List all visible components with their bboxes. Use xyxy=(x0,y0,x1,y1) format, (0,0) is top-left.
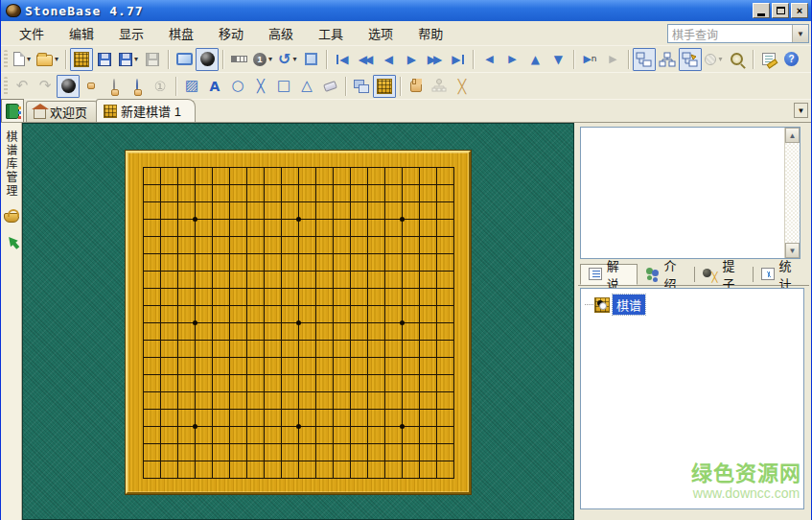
chevron-down-icon: ▾ xyxy=(718,55,722,63)
edit-board-button[interactable] xyxy=(70,48,93,71)
undo-button[interactable]: ↶ xyxy=(11,75,34,98)
library-manager-vertical-label[interactable]: 棋谱库管理 xyxy=(3,130,19,198)
tree-panel-button[interactable] xyxy=(633,48,656,71)
place-white-tool[interactable] xyxy=(103,75,126,98)
number-label-tool[interactable]: ① xyxy=(149,75,172,98)
menu-board[interactable]: 棋盘 xyxy=(156,20,206,46)
separator xyxy=(168,50,169,69)
menu-advanced[interactable]: 高级 xyxy=(256,20,306,46)
help-button[interactable]: ? xyxy=(780,48,803,71)
move-numbers-button[interactable]: 1▾ xyxy=(250,48,275,71)
tab-commentary[interactable]: 解说 xyxy=(580,264,638,285)
place-black-tool[interactable] xyxy=(80,75,103,98)
scroll-up-button[interactable]: ▲ xyxy=(785,128,800,143)
tab-introduction[interactable]: 介绍 xyxy=(638,264,694,285)
trial-stone-tool[interactable] xyxy=(126,75,149,98)
tab-statistics[interactable]: 统计 xyxy=(754,264,809,285)
back-button[interactable]: ◀ xyxy=(377,48,400,71)
tab-captures[interactable]: 提子 xyxy=(695,264,753,285)
open-folder-icon xyxy=(36,55,53,66)
play-n-moves-button[interactable]: ▶n xyxy=(578,48,601,71)
library-manager-button[interactable] xyxy=(1,99,24,122)
copy-marks-button[interactable] xyxy=(350,75,373,98)
go-first-button[interactable]: ◀ xyxy=(331,48,354,71)
save-image-icon xyxy=(146,53,159,66)
triangle-mark-tool[interactable]: △ xyxy=(295,75,318,98)
square-mark-tool[interactable]: □ xyxy=(272,75,295,98)
show-marks-button[interactable] xyxy=(373,75,396,98)
pass-button[interactable] xyxy=(405,75,428,98)
maximize-button[interactable] xyxy=(772,3,789,18)
menu-file[interactable]: 文件 xyxy=(7,20,57,46)
comment-box[interactable]: ▲ ▼ xyxy=(580,127,800,259)
toolbar-grip[interactable] xyxy=(4,77,8,96)
people-icon xyxy=(645,268,659,280)
menu-edit[interactable]: 编辑 xyxy=(57,20,106,46)
new-record-button[interactable]: ▾ xyxy=(11,48,34,71)
menu-move[interactable]: 移动 xyxy=(206,20,256,46)
erase-mark-tool[interactable] xyxy=(318,75,341,98)
stone-sound-button[interactable] xyxy=(196,48,219,71)
menu-display[interactable]: 显示 xyxy=(106,20,156,46)
coordinates-button[interactable] xyxy=(227,48,250,71)
tab-new-record[interactable]: 新建棋谱 1 xyxy=(96,99,196,122)
player-search-dropdown-button[interactable]: ▼ xyxy=(792,25,808,42)
menu-tools[interactable]: 工具 xyxy=(306,20,356,46)
toolbar-grip[interactable] xyxy=(4,50,8,69)
board-zone-button[interactable] xyxy=(299,48,322,71)
fast-back-button[interactable]: ◀◀ xyxy=(354,48,377,71)
tab-welcome[interactable]: 欢迎页 xyxy=(26,101,102,122)
auto-play-button[interactable]: ▶ xyxy=(601,48,624,71)
fullscreen-button[interactable] xyxy=(173,48,196,71)
fast-forward-button[interactable]: ▶▶ xyxy=(423,48,446,71)
circle-mark-tool[interactable]: ○ xyxy=(226,75,249,98)
close-button[interactable]: × xyxy=(791,3,808,18)
open-button[interactable]: ▾ xyxy=(34,48,61,71)
save-icon xyxy=(98,53,111,66)
goto-node-button[interactable] xyxy=(679,48,702,71)
delete-node-button[interactable]: ╳ xyxy=(451,75,474,98)
save-button[interactable] xyxy=(93,48,116,71)
find-position-button[interactable] xyxy=(726,48,749,71)
menu-help[interactable]: 帮助 xyxy=(406,20,455,46)
guess-mode-button[interactable]: ▾ xyxy=(702,48,725,71)
go-last-button[interactable]: ▶ xyxy=(446,48,469,71)
territory-mark-tool[interactable]: ▨ xyxy=(180,75,203,98)
comment-scrollbar[interactable]: ▲ ▼ xyxy=(784,128,800,258)
redo-button[interactable]: ↷ xyxy=(34,75,57,98)
add-variation-button[interactable] xyxy=(428,75,451,98)
game-tree-panel[interactable]: 棋谱 绿色资源网 www.downcc.com xyxy=(580,288,804,509)
comment-text[interactable] xyxy=(581,128,784,258)
org-chart-button[interactable] xyxy=(656,48,679,71)
title-bar: StoneBase 4.77 × xyxy=(1,0,811,21)
rotate-board-button[interactable]: ↺▾ xyxy=(275,48,299,71)
go-board[interactable] xyxy=(126,151,471,494)
menu-options[interactable]: 选项 xyxy=(356,20,406,46)
black-stone-icon xyxy=(61,79,76,93)
forward-button[interactable]: ▶ xyxy=(400,48,423,71)
letter-mark-tool[interactable]: A xyxy=(203,75,226,98)
auto-play-icon: ▶ xyxy=(609,54,616,64)
green-arrow-icon[interactable] xyxy=(5,234,17,247)
prev-variation-button[interactable]: ◀ xyxy=(477,48,500,71)
scroll-up-icon: ▲ xyxy=(789,131,797,140)
player-search-combo[interactable]: 棋手查询 ▼ xyxy=(667,24,809,43)
save-image-button[interactable] xyxy=(141,48,164,71)
game-record-icon xyxy=(594,297,610,313)
play-move-tool[interactable] xyxy=(57,75,80,98)
game-info-button[interactable] xyxy=(757,48,780,71)
board-grid[interactable] xyxy=(143,167,454,479)
separator xyxy=(65,50,66,69)
tree-root-node[interactable]: 棋谱 xyxy=(585,295,803,315)
minimize-button[interactable] xyxy=(753,3,770,18)
down-variation-button[interactable]: ▼ xyxy=(546,48,569,71)
tree-root-label[interactable]: 棋谱 xyxy=(613,295,645,315)
tab-introduction-label: 介绍 xyxy=(664,256,687,293)
tab-list-dropdown-button[interactable]: ▼ xyxy=(794,103,808,118)
stone-bowl-icon[interactable] xyxy=(4,213,19,223)
cross-mark-tool[interactable]: ╳ xyxy=(249,75,272,98)
next-variation-button[interactable]: ▶ xyxy=(500,48,523,71)
scroll-down-icon: ▼ xyxy=(789,247,797,255)
save-as-button[interactable]: ▾ xyxy=(116,48,141,71)
up-variation-button[interactable]: ▲ xyxy=(523,48,546,71)
